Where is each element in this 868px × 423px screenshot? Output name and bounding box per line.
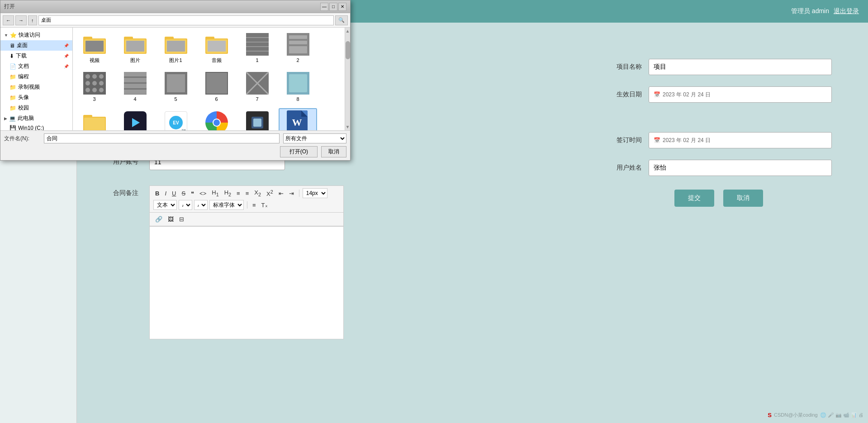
dialog-controls: — □ ✕	[320, 3, 346, 11]
tree-school[interactable]: 📁 校园	[0, 103, 72, 113]
folder-icon-audio	[205, 33, 228, 56]
pin-icon3: 📌	[64, 64, 69, 69]
svg-rect-11	[167, 41, 185, 52]
image-btn[interactable]: 🖼	[166, 215, 175, 223]
tree-win10c[interactable]: 💾 Win10 (C:)	[0, 124, 72, 130]
h1-btn[interactable]: H1	[210, 188, 220, 198]
align-left-btn[interactable]: ⇤	[277, 189, 285, 198]
font-size-select[interactable]: 14px	[303, 188, 327, 198]
h2-btn[interactable]: H2	[223, 188, 233, 198]
italic-btn[interactable]: I	[163, 189, 168, 198]
bold-btn[interactable]: B	[153, 189, 161, 198]
align-right-btn[interactable]: ⇥	[287, 189, 296, 198]
svg-point-28	[92, 74, 97, 79]
tree-this-pc[interactable]: ▶ 💻 此电脑	[0, 113, 72, 124]
file-item-steel6[interactable]: 6	[197, 69, 236, 105]
strikethrough-btn[interactable]: S	[180, 189, 187, 198]
effective-date-value: 2023 年 02 月 24 日	[663, 91, 711, 99]
svg-rect-15	[208, 41, 226, 52]
filename-input[interactable]	[44, 133, 280, 143]
cal-icon2: 📅	[654, 137, 660, 143]
project-name-input[interactable]	[649, 59, 832, 75]
file-item-steel1[interactable]: 1	[238, 30, 276, 67]
file-item-shotcut[interactable]: Shotcut	[238, 108, 276, 130]
file-item-steel5[interactable]: 5	[157, 69, 195, 105]
file-item-2022[interactable]: 2022新功能	[75, 108, 114, 130]
dialog-minimize-btn[interactable]: —	[320, 3, 328, 11]
download-icon: ⬇	[9, 53, 14, 59]
file-dialog: 打开 — □ ✕ ← → ↑ 桌面 🔍 ▼ ⭐ 快速访问	[0, 0, 351, 161]
ol-btn[interactable]: ≡	[235, 189, 242, 198]
submit-btn[interactable]: 提交	[674, 190, 714, 207]
effective-date-picker[interactable]: 📅 2023 年 02 月 24 日	[649, 86, 832, 103]
underline-btn[interactable]: U	[170, 189, 178, 198]
table-btn[interactable]: ⊟	[177, 215, 186, 223]
logout-btn[interactable]: 退出登录	[834, 7, 859, 15]
dialog-cancel-btn[interactable]: 取消	[321, 146, 346, 157]
code-btn[interactable]: <>	[198, 189, 208, 198]
file-item-steel3[interactable]: 3	[75, 69, 114, 105]
file-item-contract[interactable]: W 合同	[279, 108, 317, 130]
app-container: 害管理系统的设计与实现 管理员 admin 退出登录 ⊞ 供应方关系管理 📊 项…	[0, 0, 868, 423]
steel-icon-5	[165, 72, 187, 95]
pin-icon2: 📌	[64, 54, 69, 58]
folder-icon-image	[124, 33, 147, 56]
file-item-chrome[interactable]: Google Chrome	[197, 108, 236, 130]
user-name-label: 用户姓名	[606, 164, 642, 172]
arrow-quick: ▼	[4, 33, 8, 38]
font-type-select[interactable]: 文本	[153, 200, 177, 210]
file-item-ev-record[interactable]: EV 📷 EV录屏	[157, 108, 195, 130]
quote-btn[interactable]: ❝	[189, 189, 196, 198]
sign-time-value: 2023 年 02 月 24 日	[663, 137, 711, 144]
scroll-thumb[interactable]	[346, 41, 350, 59]
sign-time-label: 签订时间	[606, 136, 642, 144]
filetype-select[interactable]: 所有文件	[283, 133, 346, 143]
dialog-vscroll[interactable]: ▲ ▼	[345, 28, 350, 130]
scroll-up-arrow[interactable]: ▲	[345, 28, 350, 34]
sign-time-picker[interactable]: 📅 2023 年 02 月 24 日	[649, 132, 832, 148]
csdn-logo: S	[768, 412, 772, 418]
dialog-back-btn[interactable]: ←	[3, 15, 14, 25]
ul-btn[interactable]: ≡	[244, 189, 251, 198]
font-family-select[interactable]: 标准字体	[209, 200, 244, 210]
dialog-close-btn[interactable]: ✕	[338, 3, 346, 11]
file-item-steel4[interactable]: 4	[116, 69, 154, 105]
file-item-steel2[interactable]: 2	[279, 30, 317, 67]
file-item-audio[interactable]: 音频	[197, 30, 236, 67]
user-name-input[interactable]	[649, 160, 832, 176]
file-item-video[interactable]: 视频	[75, 30, 114, 67]
file-name-image: 图片	[130, 57, 140, 63]
editor-body[interactable]	[149, 226, 344, 339]
dialog-search-btn[interactable]: 🔍	[335, 15, 348, 25]
file-item-steel8[interactable]: 8	[279, 69, 317, 105]
file-item-ev-cut[interactable]: EV剪辑	[116, 108, 154, 130]
tree-panel: ▼ ⭐ 快速访问 🖥 桌面 📌 ⬇ 下载 📌 📄 文档 📌	[0, 28, 73, 130]
tree-avatar[interactable]: 📁 头像	[0, 92, 72, 103]
tree-record-video[interactable]: 📁 录制视频	[0, 82, 72, 92]
scroll-down-arrow[interactable]: ▼	[345, 124, 350, 130]
tree-quick-access[interactable]: ▼ ⭐ 快速访问	[0, 30, 72, 40]
steel-icon-6	[205, 72, 228, 95]
clear-format-btn[interactable]: Tₓ	[260, 201, 270, 209]
dialog-up-btn[interactable]: ↑	[28, 15, 37, 25]
file-item-steel7[interactable]: 7	[238, 69, 276, 105]
tree-document[interactable]: 📄 文档 📌	[0, 61, 72, 71]
tree-edit[interactable]: 📁 编程	[0, 71, 72, 82]
project-name-label: 项目名称	[606, 63, 642, 71]
sub-btn[interactable]: X2	[252, 188, 263, 198]
cancel-form-btn[interactable]: 取消	[723, 190, 763, 207]
link-btn[interactable]: 🔗	[153, 215, 164, 223]
sup-btn[interactable]: X2	[265, 188, 275, 198]
dialog-forward-btn[interactable]: →	[15, 15, 27, 25]
tree-desktop[interactable]: 🖥 桌面 📌	[0, 40, 72, 51]
font-color-select[interactable]: A	[179, 200, 192, 210]
file-item-image1[interactable]: 图片1	[157, 30, 195, 67]
svg-rect-22	[289, 35, 307, 39]
svg-point-31	[92, 81, 97, 86]
file-item-image[interactable]: 图片	[116, 30, 154, 67]
dialog-open-btn[interactable]: 打开(O)	[280, 146, 318, 157]
align-center-btn[interactable]: ≡	[251, 201, 258, 209]
dialog-maximize-btn[interactable]: □	[329, 3, 337, 11]
tree-download[interactable]: ⬇ 下载 📌	[0, 51, 72, 61]
font-highlight-select[interactable]: A	[194, 200, 208, 210]
